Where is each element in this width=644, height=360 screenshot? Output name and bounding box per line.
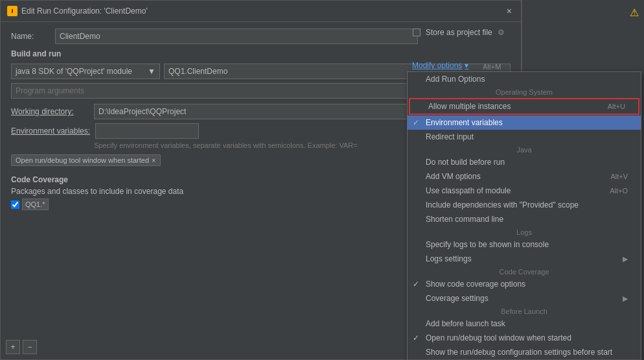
modify-options-shortcut: Alt+M xyxy=(483,63,501,71)
app-icon: I xyxy=(7,6,17,16)
title-bar: I Edit Run Configuration: 'ClientDemo' × xyxy=(1,1,521,22)
close-button[interactable]: × xyxy=(504,5,514,18)
menu-item-classpath[interactable]: Use classpath of module Alt+O xyxy=(408,184,641,198)
env-vars-input[interactable] xyxy=(95,123,199,139)
modify-options-label: Modify options xyxy=(412,61,462,70)
menu-item-shorten[interactable]: Shorten command line xyxy=(408,212,641,226)
remove-button[interactable]: − xyxy=(23,340,37,354)
menu-item-specify-logs[interactable]: Specify logs to be shown in console xyxy=(408,237,641,252)
bottom-buttons: + − xyxy=(6,340,37,354)
name-label: Name: xyxy=(11,32,50,41)
sdk-select[interactable]: java 8 SDK of 'QQProject' module ▼ xyxy=(11,64,160,79)
vm-options-shortcut: Alt+V xyxy=(610,173,628,180)
env-vars-label: Environment variables: xyxy=(11,126,90,136)
tool-window-label: Open run/debug tool window when started xyxy=(16,156,149,164)
show-coverage-check: ✓ xyxy=(413,280,419,289)
dropdown-menu: Add Run Options Operating System Allow m… xyxy=(407,71,641,360)
menu-category-java: Java xyxy=(408,144,641,155)
chevron-down-icon: ▾ xyxy=(465,61,468,70)
package-tag: QQ1.* xyxy=(22,198,49,210)
dialog-title: Edit Run Configuration: 'ClientDemo' xyxy=(21,6,148,16)
menu-item-coverage-settings[interactable]: Coverage settings ▶ xyxy=(408,291,641,306)
logs-settings-arrow: ▶ xyxy=(623,255,628,263)
title-left: I Edit Run Configuration: 'ClientDemo' xyxy=(7,6,148,16)
store-project-label: Store as project file xyxy=(426,28,492,37)
gear-icon[interactable]: ⚙ xyxy=(498,28,505,37)
add-button[interactable]: + xyxy=(6,340,20,354)
menu-item-include-deps[interactable]: Include dependencies with "Provided" sco… xyxy=(408,198,641,212)
menu-item-allow-multiple-wrapper: Allow multiple instances Alt+U xyxy=(409,98,639,115)
menu-category-coverage: Code Coverage xyxy=(408,266,641,277)
menu-category-logs: Logs xyxy=(408,226,641,237)
menu-item-show-coverage[interactable]: ✓ Show code coverage options xyxy=(408,277,641,291)
name-input[interactable] xyxy=(55,29,418,44)
build-run-header: Build and run xyxy=(11,49,511,58)
open-tool-window-check: ✓ xyxy=(413,333,419,342)
allow-multiple-shortcut: Alt+U xyxy=(608,102,625,110)
qq1-checkbox[interactable] xyxy=(11,200,19,209)
menu-item-allow-multiple[interactable]: Allow multiple instances Alt+U xyxy=(410,99,638,114)
warning-icon: ⚠ xyxy=(630,6,639,19)
tool-window-close[interactable]: × xyxy=(152,156,155,164)
working-dir-label: Working directory: xyxy=(11,107,89,116)
menu-category-before-launch: Before Launch xyxy=(408,306,641,317)
menu-category-os: Operating System xyxy=(408,86,641,97)
store-project-checkbox[interactable] xyxy=(413,29,420,36)
menu-item-show-settings[interactable]: Show the run/debug configuration setting… xyxy=(408,345,641,359)
menu-item-vm-options[interactable]: Add VM options Alt+V xyxy=(408,169,641,184)
menu-item-redirect-input[interactable]: Redirect input xyxy=(408,130,641,144)
classpath-shortcut: Alt+O xyxy=(610,187,628,195)
tool-window-tag: Open run/debug tool window when started … xyxy=(11,154,161,166)
menu-item-logs-settings[interactable]: Logs settings ▶ xyxy=(408,252,641,266)
menu-item-no-build[interactable]: Do not build before run xyxy=(408,155,641,169)
modify-options-button[interactable]: Modify options ▾ xyxy=(412,61,468,70)
menu-item-add-run-options[interactable]: Add Run Options xyxy=(408,72,641,86)
env-vars-check: ✓ xyxy=(413,118,419,127)
coverage-settings-arrow: ▶ xyxy=(623,294,628,303)
menu-item-add-before-launch[interactable]: Add before launch task xyxy=(408,317,641,331)
menu-item-env-vars[interactable]: ✓ Environment variables xyxy=(408,115,641,130)
menu-item-open-tool-window[interactable]: ✓ Open run/debug tool window when starte… xyxy=(408,331,641,345)
